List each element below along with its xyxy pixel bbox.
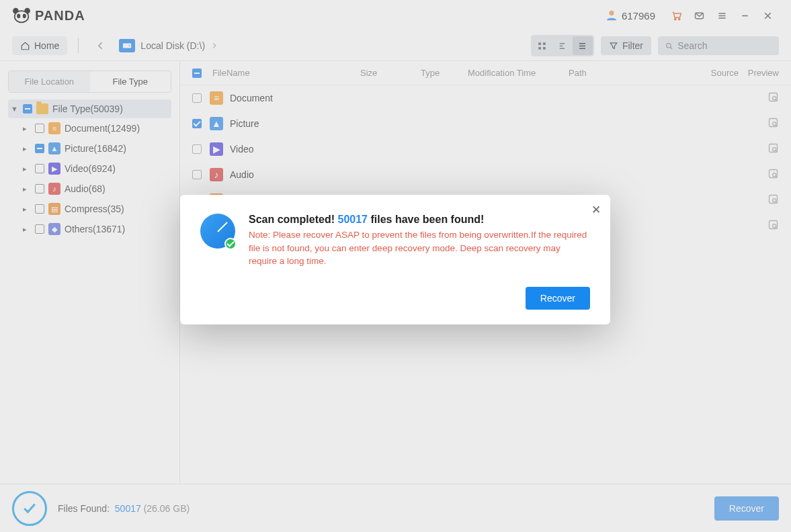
- back-button[interactable]: [89, 34, 112, 57]
- header-size[interactable]: Size: [360, 68, 421, 78]
- table-row[interactable]: ≡ Document: [180, 85, 791, 111]
- caret-right-icon: ▸: [23, 185, 31, 193]
- modal-close-button[interactable]: ✕: [591, 203, 601, 217]
- checkbox[interactable]: [35, 124, 44, 133]
- caret-right-icon: ▸: [23, 225, 31, 234]
- svg-point-5: [609, 11, 614, 15]
- sidebar: File Location File Type ▼ File Type(5003…: [0, 61, 180, 484]
- checkbox[interactable]: [35, 184, 44, 193]
- table-header: FileName Size Type Modification Time Pat…: [180, 61, 791, 85]
- tree-item[interactable]: ▸ ▲ Picture(16842): [22, 138, 171, 159]
- user-badge[interactable]: 617969: [606, 9, 655, 21]
- tree-item[interactable]: ▸ ▶ Video(6924): [22, 159, 171, 179]
- oth-icon: ◆: [48, 223, 60, 235]
- svg-point-6: [674, 18, 675, 19]
- svg-rect-14: [543, 47, 546, 50]
- svg-rect-13: [539, 47, 542, 50]
- check-icon: [21, 500, 38, 517]
- row-name: Audio: [230, 169, 254, 180]
- footer-recover-button[interactable]: Recover: [714, 496, 779, 521]
- checkbox-indeterminate[interactable]: [23, 104, 32, 114]
- tree-item-label: Compress(35): [65, 204, 124, 214]
- search-box[interactable]: [658, 36, 779, 55]
- progress-ring: [12, 491, 47, 526]
- row-checkbox[interactable]: [192, 119, 202, 128]
- header-name[interactable]: FileName: [212, 68, 360, 78]
- header-modification[interactable]: Modification Time: [468, 68, 569, 78]
- modal-recover-button[interactable]: Recover: [526, 287, 590, 310]
- files-found-label: Files Found:: [58, 503, 110, 514]
- svg-point-15: [667, 43, 671, 48]
- tree-item[interactable]: ▸ ▤ Compress(35): [22, 199, 171, 219]
- cart-icon[interactable]: [665, 4, 688, 27]
- menu-icon[interactable]: [710, 4, 733, 27]
- row-checkbox[interactable]: [192, 144, 202, 154]
- filter-label: Filter: [622, 40, 643, 51]
- scan-complete-modal: ✕ Scan completed! 50017 files have been …: [180, 195, 610, 324]
- table-row[interactable]: ♪ Audio: [180, 162, 791, 187]
- table-row[interactable]: ▲ Picture: [180, 111, 791, 136]
- header-type[interactable]: Type: [421, 68, 468, 78]
- aud-icon: ♪: [210, 168, 223, 181]
- svg-rect-11: [539, 42, 542, 45]
- row-name: Picture: [230, 118, 259, 129]
- checkbox[interactable]: [35, 144, 44, 153]
- breadcrumb[interactable]: Local Disk (D:\): [119, 39, 218, 52]
- tab-file-type[interactable]: File Type: [90, 71, 171, 92]
- home-button[interactable]: Home: [12, 36, 67, 55]
- aud-icon: ♪: [48, 183, 60, 195]
- filter-icon: [609, 41, 618, 50]
- divider: [78, 38, 79, 53]
- zip-icon: ▤: [48, 203, 60, 215]
- caret-down-icon: ▼: [11, 105, 19, 113]
- search-input[interactable]: [677, 40, 772, 51]
- preview-icon[interactable]: [767, 193, 779, 207]
- checkbox[interactable]: [35, 164, 44, 173]
- header-source[interactable]: Source: [692, 68, 739, 78]
- tab-file-location[interactable]: File Location: [9, 71, 90, 92]
- tree-root[interactable]: ▼ File Type(50039): [8, 99, 171, 118]
- tree-item[interactable]: ▸ ◆ Others(13671): [22, 219, 171, 239]
- preview-icon[interactable]: [767, 219, 779, 232]
- tree-item-label: Video(6924): [65, 163, 116, 174]
- app-logo: PANDA: [12, 7, 85, 24]
- caret-right-icon: ▸: [23, 205, 31, 214]
- tree-item[interactable]: ▸ ≡ Document(12499): [22, 118, 171, 138]
- table-row[interactable]: ▶ Video: [180, 136, 791, 162]
- footer: Files Found: 50017 (26.06 GB) Recover: [0, 484, 791, 532]
- titlebar: PANDA 617969: [0, 0, 791, 31]
- minimize-icon[interactable]: [733, 4, 756, 27]
- files-found-count: 50017: [115, 503, 141, 514]
- vid-icon: ▶: [210, 142, 223, 156]
- preview-icon[interactable]: [767, 91, 779, 105]
- header-preview[interactable]: Preview: [739, 68, 779, 78]
- preview-icon[interactable]: [767, 117, 779, 130]
- tree-item[interactable]: ▸ ♪ Audio(68): [22, 179, 171, 199]
- header-path[interactable]: Path: [569, 68, 692, 78]
- filter-button[interactable]: Filter: [601, 36, 651, 55]
- chevron-right-icon: [210, 42, 218, 50]
- checkbox[interactable]: [35, 204, 44, 214]
- tree-root-label: File Type(50039): [52, 103, 123, 114]
- toolbar: Home Local Disk (D:\) Filter: [0, 31, 791, 60]
- tree: ▼ File Type(50039) ▸ ≡ Document(12499)▸ …: [8, 99, 171, 239]
- modal-note: Note: Please recover ASAP to prevent the…: [249, 228, 590, 268]
- view-detail[interactable]: [552, 36, 573, 55]
- svg-rect-12: [543, 42, 546, 45]
- checkbox[interactable]: [35, 224, 44, 234]
- tree-item-label: Audio(68): [65, 183, 106, 194]
- view-grid[interactable]: [532, 36, 552, 55]
- view-list[interactable]: [573, 36, 593, 55]
- row-checkbox[interactable]: [192, 93, 202, 103]
- svg-point-2: [15, 11, 29, 22]
- header-checkbox[interactable]: [192, 69, 202, 78]
- footer-text: Files Found: 50017 (26.06 GB): [58, 503, 190, 514]
- preview-icon[interactable]: [767, 142, 779, 156]
- vid-icon: ▶: [48, 163, 60, 175]
- mail-icon[interactable]: [688, 4, 710, 27]
- files-found-size: (26.06 GB): [144, 503, 190, 514]
- row-checkbox[interactable]: [192, 170, 202, 179]
- sidebar-tabs: File Location File Type: [8, 71, 171, 93]
- preview-icon[interactable]: [767, 168, 779, 181]
- close-icon[interactable]: [756, 4, 779, 27]
